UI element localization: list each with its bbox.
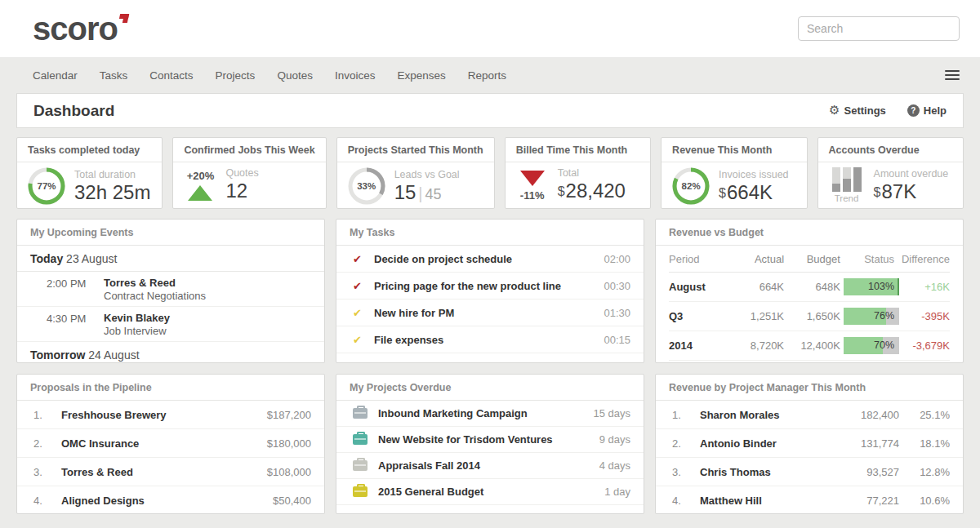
check-icon[interactable]: ✔ [353, 280, 374, 292]
project-row[interactable]: 2015 General Budget 1 day [336, 479, 644, 505]
panel-my-tasks: My Tasks ✔ Decide on project schedule 02… [336, 219, 644, 363]
project-name: 2015 General Budget [378, 486, 604, 498]
nav-item-calendar[interactable]: Calendar [33, 69, 78, 82]
pm-amount: 182,400 [861, 409, 899, 421]
donut-percent: 82% [672, 167, 710, 205]
trend-up-icon [188, 185, 212, 201]
proposal-row[interactable]: 2. OMC Insurance $180,000 [17, 429, 324, 458]
event-name: Kevin Blakey [104, 312, 170, 324]
hamburger-menu-icon[interactable] [945, 68, 960, 82]
kpi-card-billed-time[interactable]: Billed Time This Month -11% Total $28,42… [505, 137, 651, 209]
proposal-row[interactable]: 1. Freshhouse Brewery $187,200 [17, 401, 324, 429]
col-status: Status [840, 253, 899, 265]
kpi-card-projects-started[interactable]: Projects Started This Month 33% Leads vs… [336, 137, 495, 209]
nav-item-reports[interactable]: Reports [468, 69, 506, 82]
kpi-label: Invoices issued [719, 169, 788, 180]
proposal-name: OMC Insurance [61, 437, 267, 450]
kpi-label: Leads vs Goal [394, 169, 460, 180]
proposal-row[interactable]: 4. Aligned Designs $50,400 [17, 486, 324, 514]
panel-revenue-by-pm: Revenue by Project Manager This Month 1.… [655, 374, 964, 514]
gear-icon: ⚙ [829, 104, 840, 117]
panel-title: My Tasks [336, 220, 644, 246]
check-icon[interactable]: ✔ [353, 307, 374, 319]
project-name: New Website for Trisdom Ventures [378, 433, 599, 446]
event-day-header[interactable]: Tomorrow 24 August [17, 342, 324, 363]
currency-symbol: $ [874, 185, 881, 199]
logo-text: scoro [33, 12, 118, 45]
kpi-card-accounts-overdue[interactable]: Accounts Overdue Trend Amount overdue $8… [817, 137, 964, 209]
rank: 1. [672, 409, 700, 421]
settings-label: Settings [844, 104, 886, 117]
budget-cell: 648K [784, 281, 840, 293]
search-input[interactable] [798, 16, 960, 41]
proposal-row[interactable]: 3. Torres & Reed $108,000 [17, 458, 324, 486]
trend-label: Trend [829, 193, 865, 203]
pm-percent: 25.1% [899, 409, 950, 421]
rank: 4. [672, 495, 700, 507]
help-button[interactable]: ? Help [907, 104, 947, 117]
actual-cell: 1,251K [728, 310, 784, 322]
task-row[interactable]: ✔ File expenses 00:15 [336, 326, 644, 353]
kpi-value: $87K [874, 180, 949, 203]
nav-item-projects[interactable]: Projects [216, 69, 256, 82]
pm-row[interactable]: 1. Sharon Morales 182,400 25.1% [656, 401, 963, 429]
panel-grid: My Upcoming Events Today 23 August 2:00 … [16, 219, 964, 514]
event-day-header[interactable]: Today 23 August [17, 246, 324, 272]
task-row[interactable]: ✔ Decide on project schedule 02:00 [336, 246, 644, 273]
check-icon[interactable]: ✔ [353, 334, 374, 346]
kpi-title: Tasks completed today [17, 138, 162, 162]
check-icon[interactable]: ✔ [353, 253, 374, 265]
task-row[interactable]: ✔ Pricing page for the new product line … [336, 273, 644, 299]
project-row[interactable]: New Website for Trisdom Ventures 9 days [336, 427, 644, 453]
pm-amount: 93,527 [866, 466, 899, 478]
task-time: 00:30 [604, 280, 630, 292]
nav-item-tasks[interactable]: Tasks [100, 69, 128, 82]
donut-percent: 33% [348, 167, 385, 205]
pm-row[interactable]: 2. Antonio Binder 131,774 18.1% [656, 429, 963, 458]
kpi-value: $28,420 [558, 180, 626, 202]
proposal-amount: $50,400 [273, 495, 311, 507]
trend-down-icon [520, 171, 545, 186]
col-difference: Difference [899, 253, 950, 265]
pm-amount: 131,774 [861, 437, 899, 450]
kpi-card-tasks-completed[interactable]: Tasks completed today 77% Total duration… [16, 137, 163, 209]
status-percent: 76% [874, 308, 894, 325]
event-name: Torres & Reed [104, 277, 206, 289]
event-row[interactable]: 2:00 PM Torres & Reed Contract Negotiati… [17, 272, 324, 307]
project-row[interactable]: Appraisals Fall 2014 4 days [336, 453, 644, 479]
task-name: File expenses [374, 334, 604, 346]
pm-row[interactable]: 3. Chris Thomas 93,527 12.8% [656, 458, 963, 486]
kpi-value: 32h 25m [74, 181, 150, 204]
nav-item-expenses[interactable]: Expenses [397, 69, 445, 82]
kpi-delta: -11% [516, 189, 549, 202]
kpi-card-revenue[interactable]: Revenue This Month 82% Invoices issued $… [661, 137, 807, 209]
nav-item-contacts[interactable]: Contacts [149, 69, 193, 82]
col-period: Period [669, 253, 728, 265]
logo-chevron-icon [118, 14, 129, 23]
donut-chart: 33% [348, 167, 385, 205]
table-row[interactable]: August 664K 648K 103% +16K [669, 273, 950, 302]
proposal-amount: $180,000 [267, 437, 311, 450]
budget-cell: 1,650K [784, 310, 840, 322]
content-area: Dashboard ⚙ Settings ? Help Tasks comple… [0, 93, 980, 514]
project-row[interactable]: Inbound Marketing Campaign 15 days [336, 401, 644, 427]
panel-title: My Projects Overdue [336, 375, 644, 401]
panel-title: Revenue vs Budget [656, 220, 963, 246]
proposal-name: Torres & Reed [61, 466, 267, 478]
nav-item-invoices[interactable]: Invoices [335, 69, 376, 82]
pm-row[interactable]: 4. Matthew Hill 77,221 10.6% [656, 486, 963, 514]
kpi-title: Accounts Overdue [818, 138, 963, 162]
table-row[interactable]: Q3 1,251K 1,650K 76% -395K [669, 302, 950, 331]
task-row[interactable]: ✔ New hire for PM 01:30 [336, 299, 644, 326]
rank: 1. [33, 409, 61, 421]
kpi-row: Tasks completed today 77% Total duration… [16, 137, 964, 209]
nav-item-quotes[interactable]: Quotes [277, 69, 313, 82]
period-cell: 2014 [669, 339, 728, 352]
table-row[interactable]: 2014 8,720K 12,400K 70% -3,679K [669, 331, 950, 361]
event-time: 2:00 PM [47, 277, 104, 302]
event-row[interactable]: 4:30 PM Kevin Blakey Job Interview [17, 307, 324, 342]
kpi-card-confirmed-jobs[interactable]: Confirmed Jobs This Week +20% Quotes 12 [172, 137, 326, 209]
settings-button[interactable]: ⚙ Settings [829, 104, 886, 117]
scoro-logo[interactable]: scoro [33, 12, 128, 45]
difference-cell: -395K [899, 310, 950, 322]
